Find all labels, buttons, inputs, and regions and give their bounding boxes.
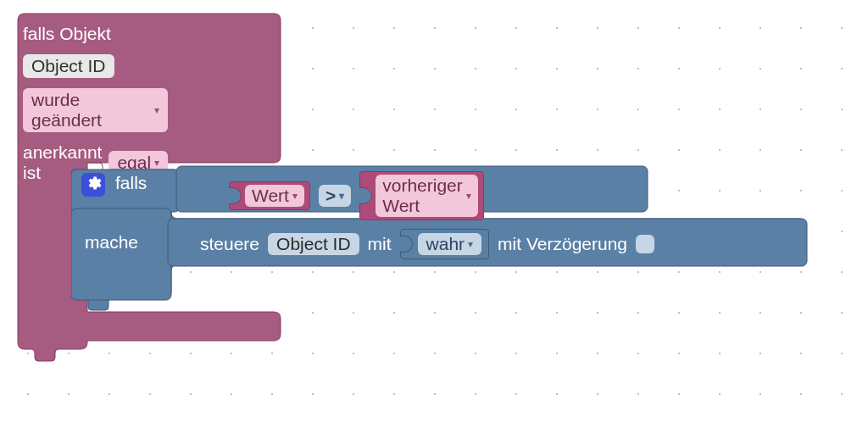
blockly-workspace[interactable]: falls Objekt Object ID wurde geändert ▾ …	[0, 0, 868, 428]
control-value-socket[interactable]: wahr ▾	[400, 229, 490, 259]
chevron-down-icon: ▾	[468, 239, 473, 249]
compare-left-socket[interactable]: Wert ▾	[229, 181, 310, 210]
control-object-id-field[interactable]: Object ID	[268, 233, 359, 255]
if-keyword-mache: mache	[85, 232, 138, 253]
chevron-down-icon: ▾	[466, 191, 471, 201]
compare-left-label: Wert	[252, 186, 289, 206]
event-change-mode-dropdown[interactable]: wurde geändert ▾	[23, 88, 168, 132]
control-with-label: mit	[368, 234, 392, 254]
compare-right-dropdown[interactable]: vorheriger Wert ▾	[376, 175, 478, 217]
compare-operator-label: >	[326, 186, 336, 206]
event-header-label: falls Objekt	[23, 24, 111, 44]
compare-operator-dropdown[interactable]: > ▾	[319, 185, 351, 207]
if-mutator-gear[interactable]	[81, 173, 105, 197]
control-delay-label: mit Verzögerung	[498, 234, 627, 254]
control-value-dropdown[interactable]: wahr ▾	[418, 233, 482, 255]
chevron-down-icon: ▾	[292, 191, 298, 201]
control-delay-checkbox[interactable]	[636, 235, 654, 253]
chevron-down-icon: ▾	[339, 191, 344, 201]
control-value-label: wahr	[426, 234, 465, 254]
compare-right-socket[interactable]: vorheriger Wert ▾	[359, 171, 484, 220]
compare-left-dropdown[interactable]: Wert ▾	[245, 185, 304, 207]
svg-rect-1	[71, 208, 171, 300]
control-verb: steuere	[200, 234, 259, 254]
event-object-id-field[interactable]: Object ID	[23, 54, 114, 78]
gear-icon	[85, 175, 102, 196]
event-change-mode-label: wurde geändert	[31, 90, 151, 131]
compare-right-label: vorheriger Wert	[382, 175, 463, 216]
chevron-down-icon: ▾	[154, 105, 159, 115]
if-keyword-falls: falls	[115, 173, 147, 193]
